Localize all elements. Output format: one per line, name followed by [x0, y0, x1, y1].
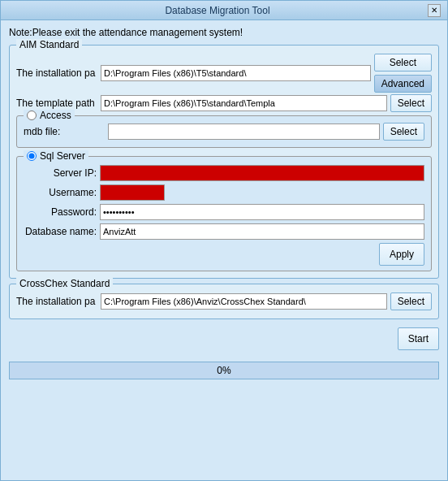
window-title: Database Migration Tool: [7, 5, 428, 16]
aim-installation-row: The installation pa Select Advanced: [16, 54, 432, 93]
sql-radio-title: Sql Server: [24, 150, 88, 162]
sql-section: Sql Server Server IP: Username: Password…: [16, 156, 432, 271]
dbname-label: Database name:: [24, 226, 97, 237]
installation-label: The installation pa: [16, 67, 97, 79]
advanced-button[interactable]: Advanced: [374, 75, 432, 93]
access-radio-title: Access: [24, 110, 75, 121]
dbname-input[interactable]: [100, 223, 424, 240]
progress-text: 0%: [217, 365, 230, 376]
main-window: Database Migration Tool ✕ Note:Please ex…: [0, 0, 448, 481]
mdb-label: mdb file:: [24, 126, 105, 137]
progress-bar-container: 0%: [9, 362, 439, 379]
start-button[interactable]: Start: [398, 327, 439, 350]
sql-label: Sql Server: [40, 150, 85, 162]
server-ip-row: Server IP:: [24, 165, 424, 181]
crosschex-installation-label: The installation pa: [16, 296, 97, 307]
password-label: Password:: [24, 206, 97, 218]
username-redacted: [100, 184, 165, 201]
access-label: Access: [40, 110, 71, 121]
template-row: The template path Select: [16, 94, 432, 112]
aim-select-button[interactable]: Select: [374, 54, 432, 72]
aim-buttons: Select Advanced: [374, 54, 432, 93]
mdb-select-button[interactable]: Select: [383, 123, 424, 141]
access-section: Access mdb file: Select: [16, 115, 432, 148]
crosschex-installation-input[interactable]: [101, 293, 387, 310]
crosschex-group: CrossChex Standard The installation pa S…: [9, 284, 439, 319]
server-ip-label: Server IP:: [24, 167, 97, 179]
username-label: Username:: [24, 187, 97, 198]
crosschex-select-button[interactable]: Select: [390, 292, 432, 310]
template-input[interactable]: [101, 95, 387, 111]
aim-standard-title: AIM Standard: [16, 39, 82, 50]
template-label: The template path: [16, 98, 97, 109]
password-row: Password:: [24, 204, 424, 220]
password-input[interactable]: [100, 204, 424, 220]
installation-input[interactable]: [101, 65, 371, 81]
note-text: Note:Please exit the attendance manageme…: [9, 27, 439, 38]
close-button[interactable]: ✕: [428, 4, 441, 17]
title-bar: Database Migration Tool ✕: [1, 1, 447, 20]
username-row: Username:: [24, 184, 424, 201]
template-select-button[interactable]: Select: [390, 94, 432, 112]
mdb-input[interactable]: [108, 124, 380, 140]
access-radio[interactable]: [27, 110, 37, 120]
footer-row: Start: [9, 324, 439, 353]
apply-button[interactable]: Apply: [379, 243, 424, 266]
apply-row: Apply: [24, 243, 424, 266]
aim-standard-group: AIM Standard The installation pa Select …: [9, 45, 439, 279]
crosschex-title: CrossChex Standard: [16, 278, 113, 289]
crosschex-installation-row: The installation pa Select: [16, 292, 432, 310]
server-ip-redacted: [100, 165, 424, 181]
sql-radio[interactable]: [27, 151, 37, 161]
mdb-row: mdb file: Select: [24, 123, 424, 141]
main-content: Note:Please exit the attendance manageme…: [1, 20, 447, 480]
dbname-row: Database name:: [24, 223, 424, 240]
